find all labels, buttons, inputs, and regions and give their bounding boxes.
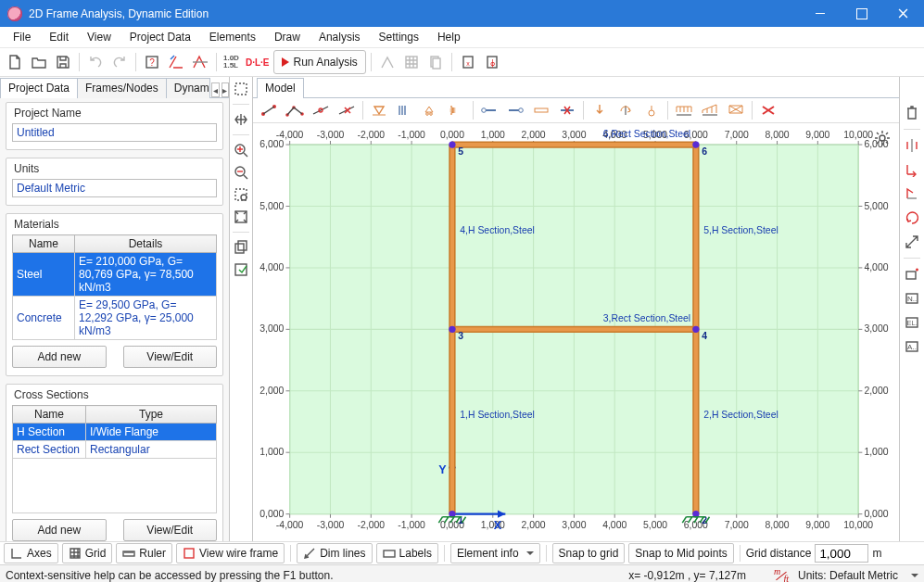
move-icon[interactable]: [902, 159, 922, 180]
menu-file[interactable]: File: [4, 29, 40, 45]
open-file-icon[interactable]: [28, 51, 50, 73]
toggle-grid[interactable]: Grid: [62, 543, 113, 563]
toggle-snap-grid[interactable]: Snap to grid: [552, 543, 626, 563]
run-analysis-button[interactable]: Run Analysis: [273, 50, 365, 74]
sections-header-type[interactable]: Type: [86, 406, 217, 424]
table-row[interactable]: Rect SectionRectangular: [13, 441, 217, 459]
support-roller-icon[interactable]: [419, 100, 443, 120]
support-spring-icon[interactable]: [445, 100, 469, 120]
toggle-ruler[interactable]: Ruler: [116, 543, 172, 563]
new-file-icon[interactable]: [4, 51, 26, 73]
copy-view-icon[interactable]: [231, 237, 251, 258]
rotate-icon[interactable]: [902, 208, 922, 228]
materials-table[interactable]: NameDetails SteelE= 210,000 GPa, G= 80,7…: [12, 234, 217, 340]
menu-analysis[interactable]: Analysis: [310, 29, 370, 45]
export-view-icon[interactable]: [231, 259, 251, 280]
sections-header-name[interactable]: Name: [13, 406, 86, 424]
menu-draw[interactable]: Draw: [265, 29, 310, 45]
table-row[interactable]: SteelE= 210,000 GPa, G= 80,769 GPa, γ= 7…: [13, 253, 217, 297]
note-n-icon[interactable]: N..: [902, 288, 922, 309]
rigid-link-icon[interactable]: [529, 100, 553, 120]
menu-project-data[interactable]: Project Data: [120, 29, 200, 45]
modal-analysis-icon[interactable]: [189, 51, 211, 73]
trapezoidal-load-icon[interactable]: [698, 100, 722, 120]
sections-table[interactable]: NameType H SectionI/Wide Flange Rect Sec…: [12, 405, 217, 513]
materials-header-details[interactable]: Details: [75, 235, 217, 253]
scale-icon[interactable]: [902, 232, 922, 252]
delete-selection-icon[interactable]: [902, 103, 922, 123]
status-units[interactable]: Units: Default Metric: [798, 569, 898, 582]
toggle-snap-mid[interactable]: Snap to Mid points: [628, 543, 733, 563]
model-canvas[interactable]: -4,000-3,000-2,000-1,0000,0001,0002,0003…: [253, 123, 899, 541]
distributed-load-icon[interactable]: [672, 100, 696, 120]
zoom-window-icon[interactable]: [231, 184, 251, 205]
mirror-icon[interactable]: [902, 135, 922, 156]
units-input[interactable]: [12, 179, 217, 197]
delete-release-icon[interactable]: [555, 100, 579, 120]
tab-frames-nodes[interactable]: Frames/Nodes: [77, 78, 167, 98]
menu-elements[interactable]: Elements: [200, 29, 265, 45]
canvas-settings-icon[interactable]: [871, 127, 893, 149]
toggle-dim-lines[interactable]: Dim lines: [297, 543, 372, 563]
support-pinned-icon[interactable]: [393, 100, 417, 120]
moment-load-icon[interactable]: [614, 100, 638, 120]
window-maximize-button[interactable]: [841, 0, 882, 27]
menu-help[interactable]: Help: [428, 29, 470, 45]
tab-project-data[interactable]: Project Data: [0, 78, 78, 98]
delete-member-icon[interactable]: [335, 100, 359, 120]
sections-add-new-button[interactable]: Add new: [12, 519, 107, 541]
results-table-icon[interactable]: [400, 51, 423, 73]
chevron-down-icon[interactable]: [911, 574, 918, 581]
redo-icon[interactable]: [108, 51, 131, 73]
pan-icon[interactable]: [231, 109, 251, 130]
release-start-icon[interactable]: [477, 100, 501, 120]
note-a-icon[interactable]: A..: [902, 336, 922, 357]
tab-model[interactable]: Model: [257, 78, 304, 98]
tab-dynamic-data[interactable]: Dynamic Da: [166, 78, 210, 98]
table-row[interactable]: ConcreteE= 29,500 GPa, G= 12,292 GPa, γ=…: [13, 297, 217, 340]
project-name-input[interactable]: [12, 123, 217, 142]
table-row[interactable]: H SectionI/Wide Flange: [13, 424, 217, 441]
window-close-button[interactable]: [882, 0, 924, 27]
help-icon[interactable]: ?: [141, 51, 163, 73]
draw-member-icon[interactable]: [257, 100, 281, 120]
load-combination-button[interactable]: D·L·E: [243, 51, 272, 73]
temperature-load-icon[interactable]: [639, 100, 664, 120]
zoom-extents-icon[interactable]: [231, 207, 251, 227]
materials-view-edit-button[interactable]: View/Edit: [123, 346, 218, 368]
point-load-icon[interactable]: [588, 100, 612, 120]
load-factors-button[interactable]: 1.0D 1.5L: [222, 51, 241, 73]
calculation-pad-icon[interactable]: ϕ: [481, 51, 503, 73]
delete-all-loads-icon[interactable]: [756, 100, 780, 120]
tab-scroll-right-icon[interactable]: ▸: [222, 82, 229, 97]
save-file-icon[interactable]: [52, 51, 74, 73]
element-info-dropdown[interactable]: Element info: [450, 543, 540, 563]
grid-distance-input[interactable]: [815, 544, 868, 563]
release-end-icon[interactable]: [503, 100, 527, 120]
support-fixed-icon[interactable]: [367, 100, 391, 120]
note-el-icon[interactable]: EL.: [902, 312, 922, 333]
check-model-icon[interactable]: [165, 51, 187, 73]
toggle-wireframe[interactable]: View wire frame: [176, 543, 285, 563]
zoom-out-icon[interactable]: [231, 162, 251, 183]
add-node-token-icon[interactable]: [902, 264, 922, 285]
export-dxf-icon[interactable]: x: [457, 51, 479, 73]
menu-edit[interactable]: Edit: [40, 29, 78, 45]
toggle-labels[interactable]: Labels: [376, 543, 438, 563]
report-icon[interactable]: [424, 51, 447, 73]
split-member-icon[interactable]: [309, 100, 333, 120]
results-diagram-icon[interactable]: [376, 51, 399, 73]
stretch-icon[interactable]: [902, 183, 922, 204]
sections-view-edit-button[interactable]: View/Edit: [123, 519, 218, 541]
menu-view[interactable]: View: [78, 29, 120, 45]
zoom-in-icon[interactable]: [231, 140, 251, 160]
tab-scroll-left-icon[interactable]: ◂: [211, 82, 219, 97]
menu-settings[interactable]: Settings: [370, 29, 428, 45]
toggle-axes[interactable]: Axes: [4, 543, 58, 563]
draw-chain-icon[interactable]: [283, 100, 307, 120]
materials-header-name[interactable]: Name: [13, 235, 75, 253]
window-minimize-button[interactable]: [799, 0, 841, 27]
selection-rect-icon[interactable]: [231, 79, 251, 99]
undo-icon[interactable]: [84, 51, 107, 73]
area-load-icon[interactable]: [724, 100, 748, 120]
